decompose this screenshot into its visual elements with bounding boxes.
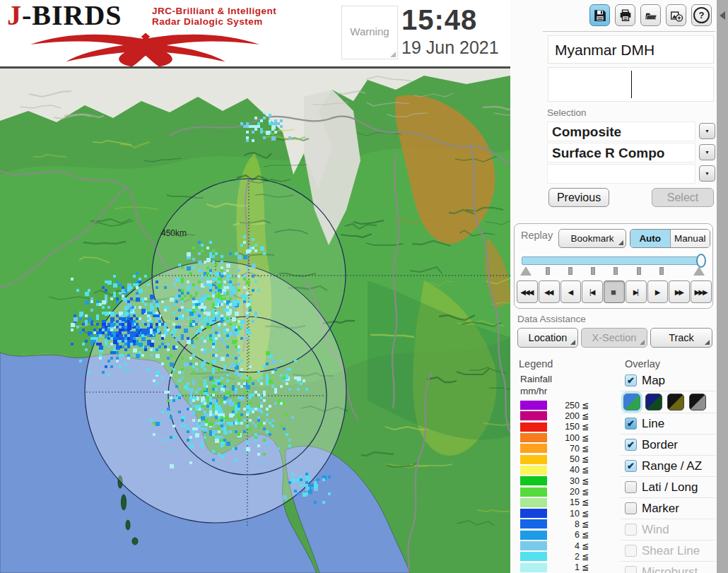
- clock: 15:48 19 Jun 2021: [401, 4, 509, 58]
- checkbox[interactable]: ✔: [625, 374, 637, 386]
- replay-mode-button[interactable]: Manual: [670, 230, 710, 247]
- checkbox[interactable]: [625, 502, 637, 514]
- legend-entry: 100 ≦: [520, 432, 612, 443]
- open-folder-button[interactable]: [640, 4, 661, 26]
- add-image-button[interactable]: [666, 4, 686, 26]
- legend-unit: mm/hr: [520, 385, 612, 397]
- transport-button[interactable]: |◀: [582, 280, 603, 303]
- overlay-label: Marker: [642, 502, 679, 516]
- radar-map-viewport[interactable]: 450km: [0, 69, 510, 573]
- less-equal-symbol: ≦: [582, 541, 589, 551]
- legend-entry: 8 ≦: [520, 519, 612, 529]
- legend-color-swatch: [520, 444, 547, 453]
- panel-edge-strip: [717, 0, 728, 573]
- checkbox[interactable]: [625, 524, 637, 536]
- legend-value: 10: [547, 509, 580, 519]
- transport-button[interactable]: ▶▶: [669, 280, 690, 303]
- less-equal-symbol: ≦: [582, 509, 589, 519]
- replay-mode-button[interactable]: Auto: [630, 230, 670, 247]
- resize-grip-icon[interactable]: [390, 52, 396, 57]
- help-button[interactable]: ?: [691, 4, 712, 26]
- transport-button[interactable]: ◀◀◀: [517, 280, 538, 303]
- range-start-marker[interactable]: [520, 266, 532, 276]
- selection-section-label: Selection: [547, 107, 587, 118]
- legend-subtitle: Rainfall: [520, 373, 612, 385]
- jbirds-logo: J-BIRDS JRC-Brilliant & Intelligent Rada…: [7, 1, 284, 65]
- rainfall-legend: Rainfall mm/hr 250 ≦ 200 ≦ 150 ≦ 100 ≦ 7…: [520, 373, 612, 573]
- legend-entry: 2 ≦: [520, 551, 612, 562]
- slider-tick: [591, 267, 595, 275]
- transport-button[interactable]: ■: [604, 280, 625, 303]
- replay-mode-toggle: AutoManual: [630, 229, 710, 248]
- help-icon: ?: [693, 7, 710, 23]
- data-assistance-button[interactable]: X-Section: [581, 328, 647, 348]
- legend-entry: 200 ≦: [520, 410, 612, 421]
- control-panel: ? Myanmar DMH Selection Composite ▼ Surf…: [510, 0, 717, 573]
- map-style-swatch[interactable]: [667, 394, 684, 410]
- print-button[interactable]: [615, 4, 635, 26]
- eagle-icon: [8, 31, 283, 68]
- transport-button[interactable]: ◀◀: [539, 280, 560, 303]
- legend-entry: 150 ≦: [520, 422, 612, 432]
- legend-color-swatch: [520, 498, 547, 507]
- replay-slider-handle[interactable]: [696, 254, 706, 268]
- chevron-down-icon[interactable]: ▼: [699, 165, 715, 182]
- checkbox[interactable]: ✔: [625, 439, 637, 451]
- map-style-swatch[interactable]: [645, 394, 662, 410]
- checkbox[interactable]: [625, 481, 637, 493]
- composite-dropdown-value[interactable]: Composite: [547, 122, 695, 141]
- checkbox[interactable]: [625, 566, 637, 573]
- collapse-panel-icon[interactable]: [720, 11, 725, 20]
- overlay-section-label: Overlay: [625, 358, 660, 370]
- data-assistance-button[interactable]: Track: [650, 328, 712, 348]
- station-name: Myanmar DMH: [548, 36, 713, 59]
- less-equal-symbol: ≦: [582, 552, 589, 562]
- save-button[interactable]: [589, 4, 610, 26]
- checkbox[interactable]: ✔: [625, 418, 637, 430]
- overlay-label: Range / AZ: [642, 459, 702, 473]
- terrain-map: 450km: [0, 69, 510, 573]
- transport-button[interactable]: ▶|: [626, 280, 647, 303]
- chevron-down-icon[interactable]: ▼: [699, 123, 715, 139]
- overlay-row: ✔ Range / AZ: [621, 456, 715, 477]
- chevron-down-icon[interactable]: ▼: [699, 144, 715, 160]
- legend-value: 6: [547, 530, 580, 540]
- data-assistance-button[interactable]: Location: [517, 328, 578, 348]
- option-dropdown-value[interactable]: [547, 164, 695, 184]
- map-style-swatch[interactable]: [623, 394, 640, 410]
- overlay-label: Microburst: [642, 565, 698, 573]
- checkbox[interactable]: [625, 545, 637, 557]
- overlay-row: ✔ Border: [621, 435, 715, 456]
- select-button[interactable]: Select: [652, 188, 714, 207]
- legend-color-swatch: [520, 531, 547, 540]
- legend-color-swatch: [520, 466, 547, 475]
- legend-color-swatch: [520, 411, 547, 420]
- overlay-row: Lati / Long: [621, 477, 715, 498]
- previous-button[interactable]: Previous: [548, 188, 609, 207]
- range-end-marker[interactable]: [693, 266, 705, 276]
- bookmark-button[interactable]: Bookmark: [558, 229, 626, 248]
- transport-button[interactable]: ◀: [560, 280, 582, 303]
- checkbox[interactable]: ✔: [625, 460, 637, 472]
- legend-color-swatch: [520, 552, 547, 561]
- warning-button[interactable]: Warning: [341, 6, 398, 59]
- date-display: 19 Jun 2021: [401, 37, 509, 58]
- transport-button[interactable]: ▶▶▶: [691, 280, 712, 303]
- warning-label: Warning: [342, 25, 397, 37]
- transport-button[interactable]: ▶: [647, 280, 669, 303]
- logo-subtitle: JRC-Brilliant & Intelligent Radar Dialog…: [152, 6, 276, 27]
- legend-entry: 20 ≦: [520, 486, 612, 497]
- less-equal-symbol: ≦: [582, 476, 589, 486]
- legend-color-swatch: [520, 541, 547, 550]
- legend-color-swatch: [520, 519, 547, 528]
- add-image-icon: [670, 9, 683, 22]
- playback-controls: ◀◀◀◀◀◀|◀■▶|▶▶▶▶▶▶: [517, 280, 712, 303]
- status-box[interactable]: [548, 67, 714, 102]
- product-dropdown-value[interactable]: Surface R Compo: [547, 143, 695, 163]
- map-style-swatch[interactable]: [689, 394, 706, 410]
- legend-value: 15: [547, 497, 580, 507]
- legend-value: 30: [547, 476, 580, 486]
- legend-value: 100: [547, 433, 580, 443]
- replay-slider-track[interactable]: [522, 256, 704, 265]
- legend-entry: 4 ≦: [520, 540, 612, 551]
